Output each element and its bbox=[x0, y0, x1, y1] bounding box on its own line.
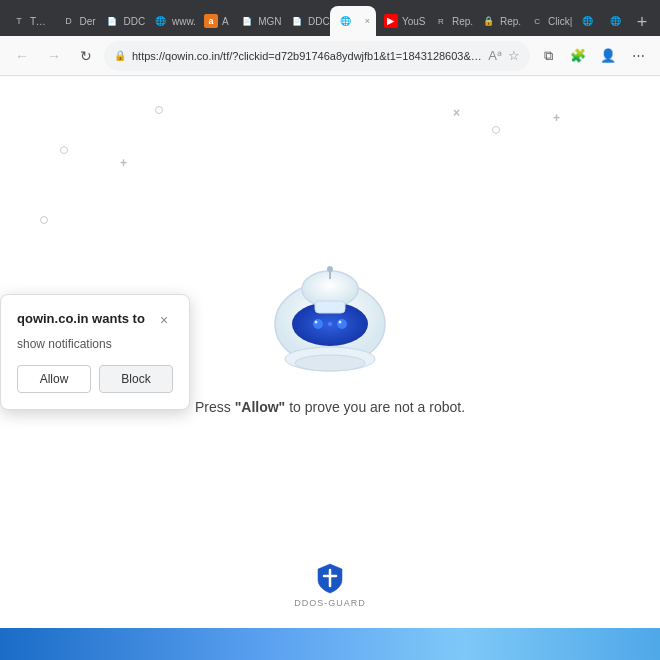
tab-favicon-lock: 🔒 bbox=[482, 14, 496, 28]
tab-favicon-active: 🌐 bbox=[338, 14, 352, 28]
robot-svg bbox=[260, 259, 400, 379]
ddos-guard-logo: DDOS-GUARD bbox=[294, 562, 366, 608]
block-button[interactable]: Block bbox=[99, 365, 173, 393]
svg-point-10 bbox=[327, 266, 333, 272]
tab-click3[interactable]: 🌐 bbox=[600, 6, 628, 36]
tab-click1[interactable]: C Click| bbox=[522, 6, 572, 36]
menu-icon[interactable]: ⋯ bbox=[624, 42, 652, 70]
tab-yous[interactable]: ▶ YouS bbox=[376, 6, 426, 36]
robot-illustration-container: Press "Allow" to prove you are not a rob… bbox=[195, 259, 465, 415]
tab-favicon: T bbox=[12, 14, 26, 28]
tab-favicon: 🌐 bbox=[154, 14, 168, 28]
forward-button[interactable]: → bbox=[40, 42, 68, 70]
tab-favicon-amazon: a bbox=[204, 14, 218, 28]
lock-icon: 🔒 bbox=[114, 50, 126, 61]
tab-ddc1[interactable]: 📄 DDC bbox=[97, 6, 145, 36]
tab-rep1[interactable]: R Rep. bbox=[426, 6, 474, 36]
tab-manager-icon[interactable]: ⧉ bbox=[534, 42, 562, 70]
back-button[interactable]: ← bbox=[8, 42, 36, 70]
tab-ddc2[interactable]: 📄 DDC bbox=[282, 6, 330, 36]
navigation-bar: ← → ↻ 🔒 https://qowin.co.in/tf/?clickid=… bbox=[0, 36, 660, 76]
tab-favicon: C bbox=[530, 14, 544, 28]
page-content: + + × bbox=[0, 76, 660, 628]
tab-click2[interactable]: 🌐 bbox=[572, 6, 600, 36]
tab-der[interactable]: D Der bbox=[54, 6, 98, 36]
popup-buttons: Allow Block bbox=[17, 365, 173, 393]
ddos-guard-icon bbox=[316, 562, 344, 594]
robot-text-post: to prove you are not a robot. bbox=[285, 399, 465, 415]
notification-popup: qowin.co.in wants to × show notification… bbox=[0, 294, 190, 410]
popup-close-button[interactable]: × bbox=[155, 311, 173, 329]
new-tab-button[interactable]: + bbox=[628, 8, 656, 36]
tab-amazon[interactable]: a A bbox=[196, 6, 232, 36]
tab-mgn[interactable]: 📄 MGN bbox=[232, 6, 282, 36]
robot-verification-text: Press "Allow" to prove you are not a rob… bbox=[195, 399, 465, 415]
tab-active[interactable]: 🌐 × bbox=[330, 6, 375, 36]
windows-taskbar bbox=[0, 628, 660, 660]
extensions-icon[interactable]: 🧩 bbox=[564, 42, 592, 70]
reader-mode-icon[interactable]: Aᵃ bbox=[488, 48, 502, 63]
decoration-plus-1: + bbox=[553, 111, 560, 125]
tab-favicon: 📄 bbox=[290, 14, 304, 28]
browser-window: T Tren. D Der 📄 DDC 🌐 www. a A 📄 MGN 📄 D… bbox=[0, 0, 660, 660]
tab-bar: T Tren. D Der 📄 DDC 🌐 www. a A 📄 MGN 📄 D… bbox=[0, 0, 660, 36]
popup-title: qowin.co.in wants to bbox=[17, 311, 145, 326]
decoration-plus-2: + bbox=[120, 156, 127, 170]
decoration-plus-3: × bbox=[453, 106, 460, 120]
tab-close-icon[interactable]: × bbox=[360, 14, 374, 28]
tab-favicon: D bbox=[62, 14, 76, 28]
popup-header: qowin.co.in wants to × bbox=[17, 311, 173, 329]
address-bar[interactable]: 🔒 https://qowin.co.in/tf/?clickid=d72b91… bbox=[104, 41, 530, 71]
tab-favicon: 📄 bbox=[105, 14, 119, 28]
ddos-guard-label: DDOS-GUARD bbox=[294, 598, 366, 608]
popup-message: show notifications bbox=[17, 337, 173, 351]
tab-favicon: 🌐 bbox=[608, 14, 622, 28]
svg-point-12 bbox=[295, 355, 365, 371]
decoration-dot-1 bbox=[155, 106, 163, 114]
tab-www[interactable]: 🌐 www. bbox=[146, 6, 196, 36]
svg-point-5 bbox=[314, 321, 317, 324]
robot-text-allow: "Allow" bbox=[235, 399, 286, 415]
tab-rep2[interactable]: 🔒 Rep. bbox=[474, 6, 522, 36]
svg-point-4 bbox=[337, 319, 347, 329]
decoration-dot-4 bbox=[492, 126, 500, 134]
svg-point-6 bbox=[338, 321, 341, 324]
nav-right-icons: ⧉ 🧩 👤 ⋯ bbox=[534, 42, 652, 70]
allow-button[interactable]: Allow bbox=[17, 365, 91, 393]
bookmark-icon[interactable]: ☆ bbox=[508, 48, 520, 63]
decoration-dot-2 bbox=[60, 146, 68, 154]
tab-favicon: ▶ bbox=[384, 14, 398, 28]
tab-favicon: 📄 bbox=[240, 14, 254, 28]
svg-point-3 bbox=[328, 322, 332, 326]
decoration-dot-3 bbox=[40, 216, 48, 224]
svg-rect-8 bbox=[315, 301, 345, 313]
refresh-button[interactable]: ↻ bbox=[72, 42, 100, 70]
robot-text-pre: Press bbox=[195, 399, 235, 415]
svg-point-2 bbox=[313, 319, 323, 329]
tab-favicon: 🌐 bbox=[580, 14, 594, 28]
tab-favicon: R bbox=[434, 14, 448, 28]
url-text: https://qowin.co.in/tf/?clickid=d72b9174… bbox=[132, 50, 482, 62]
profile-icon[interactable]: 👤 bbox=[594, 42, 622, 70]
tab-trending[interactable]: T Tren. bbox=[4, 6, 54, 36]
